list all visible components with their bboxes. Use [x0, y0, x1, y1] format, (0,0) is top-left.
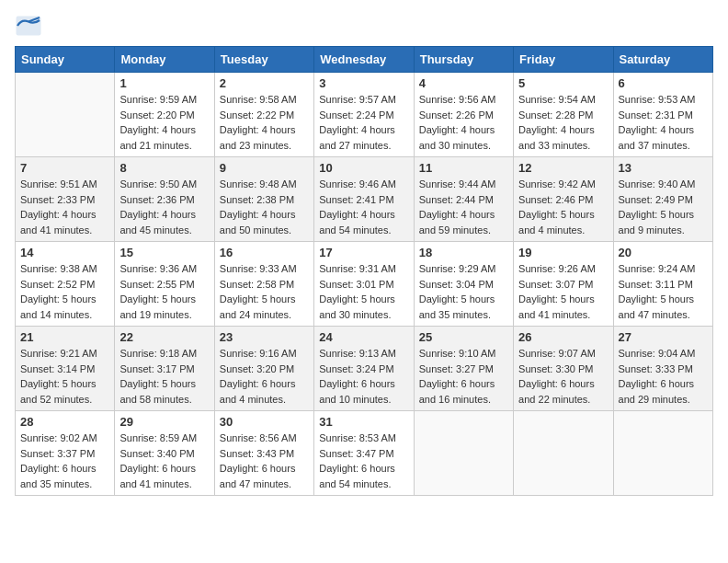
day-detail: Sunrise: 9:56 AMSunset: 2:26 PMDaylight:… [419, 92, 508, 153]
day-detail: Sunrise: 8:53 AMSunset: 3:47 PMDaylight:… [319, 431, 408, 491]
day-number: 2 [220, 76, 309, 90]
table-row: 2Sunrise: 9:58 AMSunset: 2:22 PMDaylight… [214, 73, 313, 157]
calendar-week-row: 1Sunrise: 9:59 AMSunset: 2:20 PMDaylight… [16, 73, 713, 157]
table-row: 19Sunrise: 9:26 AMSunset: 3:07 PMDayligh… [514, 242, 613, 327]
day-detail: Sunrise: 9:57 AMSunset: 2:24 PMDaylight:… [319, 92, 408, 153]
day-number: 8 [119, 161, 209, 175]
day-number: 20 [619, 246, 708, 259]
day-number: 25 [419, 330, 508, 344]
day-detail: Sunrise: 9:46 AMSunset: 2:41 PMDaylight:… [319, 177, 408, 237]
table-row: 5Sunrise: 9:54 AMSunset: 2:28 PMDaylight… [514, 73, 613, 157]
table-row: 23Sunrise: 9:16 AMSunset: 3:20 PMDayligh… [214, 327, 313, 411]
table-row: 21Sunrise: 9:21 AMSunset: 3:14 PMDayligh… [16, 327, 115, 411]
table-row: 4Sunrise: 9:56 AMSunset: 2:26 PMDaylight… [414, 73, 513, 157]
table-row: 25Sunrise: 9:10 AMSunset: 3:27 PMDayligh… [414, 327, 513, 411]
day-number: 15 [119, 246, 209, 259]
day-detail: Sunrise: 9:24 AMSunset: 3:11 PMDaylight:… [619, 261, 708, 322]
table-row: 17Sunrise: 9:31 AMSunset: 3:01 PMDayligh… [314, 242, 414, 327]
day-detail: Sunrise: 9:40 AMSunset: 2:49 PMDaylight:… [619, 177, 708, 237]
table-row: 20Sunrise: 9:24 AMSunset: 3:11 PMDayligh… [613, 242, 712, 327]
day-number: 18 [419, 246, 508, 259]
day-detail: Sunrise: 9:44 AMSunset: 2:44 PMDaylight:… [419, 177, 508, 237]
column-header-wednesday: Wednesday [314, 47, 414, 73]
calendar-week-row: 7Sunrise: 9:51 AMSunset: 2:33 PMDaylight… [16, 157, 713, 242]
day-number: 5 [518, 76, 608, 90]
table-row: 26Sunrise: 9:07 AMSunset: 3:30 PMDayligh… [514, 327, 613, 411]
day-number: 19 [518, 246, 608, 259]
table-row: 9Sunrise: 9:48 AMSunset: 2:38 PMDaylight… [214, 157, 313, 242]
table-row [414, 411, 513, 496]
table-row: 30Sunrise: 8:56 AMSunset: 3:43 PMDayligh… [214, 411, 313, 496]
table-row: 22Sunrise: 9:18 AMSunset: 3:17 PMDayligh… [115, 327, 214, 411]
calendar-header-row: SundayMondayTuesdayWednesdayThursdayFrid… [16, 47, 713, 73]
calendar-week-row: 14Sunrise: 9:38 AMSunset: 2:52 PMDayligh… [16, 242, 713, 327]
table-row: 14Sunrise: 9:38 AMSunset: 2:52 PMDayligh… [16, 242, 115, 327]
table-row: 13Sunrise: 9:40 AMSunset: 2:49 PMDayligh… [613, 157, 712, 242]
day-detail: Sunrise: 8:56 AMSunset: 3:43 PMDaylight:… [220, 431, 309, 491]
day-detail: Sunrise: 8:59 AMSunset: 3:40 PMDaylight:… [119, 431, 209, 491]
day-number: 28 [20, 415, 109, 429]
day-detail: Sunrise: 9:42 AMSunset: 2:46 PMDaylight:… [518, 177, 608, 237]
day-number: 21 [20, 330, 109, 344]
table-row: 27Sunrise: 9:04 AMSunset: 3:33 PMDayligh… [613, 327, 712, 411]
column-header-tuesday: Tuesday [214, 47, 313, 73]
day-detail: Sunrise: 9:04 AMSunset: 3:33 PMDaylight:… [619, 346, 708, 407]
table-row: 31Sunrise: 8:53 AMSunset: 3:47 PMDayligh… [314, 411, 414, 496]
day-detail: Sunrise: 9:58 AMSunset: 2:22 PMDaylight:… [220, 92, 309, 153]
day-detail: Sunrise: 9:59 AMSunset: 2:20 PMDaylight:… [119, 92, 209, 153]
day-number: 30 [220, 415, 309, 429]
day-number: 6 [619, 76, 708, 90]
table-row: 6Sunrise: 9:53 AMSunset: 2:31 PMDaylight… [613, 73, 712, 157]
day-number: 16 [220, 246, 309, 259]
table-row: 15Sunrise: 9:36 AMSunset: 2:55 PMDayligh… [115, 242, 214, 327]
table-row [16, 73, 115, 157]
day-number: 23 [220, 330, 309, 344]
table-row: 12Sunrise: 9:42 AMSunset: 2:46 PMDayligh… [514, 157, 613, 242]
table-row [514, 411, 613, 496]
day-detail: Sunrise: 9:31 AMSunset: 3:01 PMDaylight:… [319, 261, 408, 322]
calendar-week-row: 21Sunrise: 9:21 AMSunset: 3:14 PMDayligh… [16, 327, 713, 411]
day-detail: Sunrise: 9:29 AMSunset: 3:04 PMDaylight:… [419, 261, 508, 322]
table-row: 16Sunrise: 9:33 AMSunset: 2:58 PMDayligh… [214, 242, 313, 327]
day-number: 24 [319, 330, 408, 344]
day-detail: Sunrise: 9:51 AMSunset: 2:33 PMDaylight:… [20, 177, 109, 237]
day-detail: Sunrise: 9:36 AMSunset: 2:55 PMDaylight:… [119, 261, 209, 322]
day-detail: Sunrise: 9:16 AMSunset: 3:20 PMDaylight:… [220, 346, 309, 407]
day-detail: Sunrise: 9:38 AMSunset: 2:52 PMDaylight:… [20, 261, 109, 322]
column-header-saturday: Saturday [613, 47, 712, 73]
day-detail: Sunrise: 9:13 AMSunset: 3:24 PMDaylight:… [319, 346, 408, 407]
day-number: 29 [119, 415, 209, 429]
day-detail: Sunrise: 9:18 AMSunset: 3:17 PMDaylight:… [119, 346, 209, 407]
table-row: 18Sunrise: 9:29 AMSunset: 3:04 PMDayligh… [414, 242, 513, 327]
table-row: 28Sunrise: 9:02 AMSunset: 3:37 PMDayligh… [16, 411, 115, 496]
day-detail: Sunrise: 9:53 AMSunset: 2:31 PMDaylight:… [619, 92, 708, 153]
calendar-table: SundayMondayTuesdayWednesdayThursdayFrid… [15, 46, 713, 496]
day-number: 26 [518, 330, 608, 344]
table-row: 8Sunrise: 9:50 AMSunset: 2:36 PMDaylight… [115, 157, 214, 242]
table-row: 1Sunrise: 9:59 AMSunset: 2:20 PMDaylight… [115, 73, 214, 157]
day-number: 27 [619, 330, 708, 344]
table-row: 3Sunrise: 9:57 AMSunset: 2:24 PMDaylight… [314, 73, 414, 157]
logo-icon [15, 15, 42, 37]
column-header-friday: Friday [514, 47, 613, 73]
day-detail: Sunrise: 9:10 AMSunset: 3:27 PMDaylight:… [419, 346, 508, 407]
day-number: 11 [419, 161, 508, 175]
day-detail: Sunrise: 9:54 AMSunset: 2:28 PMDaylight:… [518, 92, 608, 153]
day-number: 10 [319, 161, 408, 175]
table-row [613, 411, 712, 496]
day-detail: Sunrise: 9:02 AMSunset: 3:37 PMDaylight:… [20, 431, 109, 491]
day-number: 3 [319, 76, 408, 90]
day-number: 22 [119, 330, 209, 344]
column-header-monday: Monday [115, 47, 214, 73]
day-detail: Sunrise: 9:50 AMSunset: 2:36 PMDaylight:… [119, 177, 209, 237]
table-row: 7Sunrise: 9:51 AMSunset: 2:33 PMDaylight… [16, 157, 115, 242]
day-detail: Sunrise: 9:26 AMSunset: 3:07 PMDaylight:… [518, 261, 608, 322]
day-number: 1 [119, 76, 209, 90]
table-row: 24Sunrise: 9:13 AMSunset: 3:24 PMDayligh… [314, 327, 414, 411]
day-detail: Sunrise: 9:21 AMSunset: 3:14 PMDaylight:… [20, 346, 109, 407]
logo [15, 15, 46, 37]
day-number: 17 [319, 246, 408, 259]
table-row: 11Sunrise: 9:44 AMSunset: 2:44 PMDayligh… [414, 157, 513, 242]
day-detail: Sunrise: 9:33 AMSunset: 2:58 PMDaylight:… [220, 261, 309, 322]
day-number: 14 [20, 246, 109, 259]
